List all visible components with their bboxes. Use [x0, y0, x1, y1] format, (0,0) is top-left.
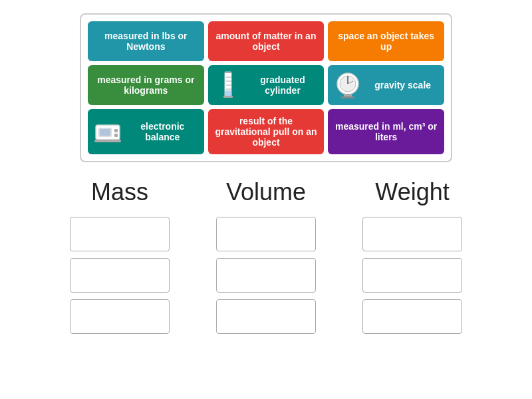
weight-column-title: Weight [375, 178, 449, 206]
sort-section: Mass Volume Weight [47, 178, 485, 334]
scale-label: gravity scale [366, 80, 439, 90]
card-grid-container: measured in lbs or Newtons amount of mat… [80, 13, 452, 162]
svg-rect-19 [94, 140, 121, 142]
mass-column: Mass [60, 178, 180, 334]
mass-column-title: Mass [91, 178, 148, 206]
scale-image [333, 70, 362, 100]
card-electronic-balance[interactable]: electronic balance [88, 109, 204, 154]
card-space-object[interactable]: space an object takes up [328, 21, 444, 61]
card-grams-kg[interactable]: measured in grams or kilograms [88, 65, 204, 105]
drop-box[interactable] [216, 299, 316, 334]
card-gravity-scale[interactable]: gravity scale [328, 65, 444, 105]
drop-box[interactable] [70, 299, 170, 334]
card-graduated-cylinder[interactable]: graduated cylinder [208, 65, 325, 105]
svg-rect-17 [114, 129, 118, 132]
svg-rect-7 [223, 96, 233, 98]
card-gravitational-pull[interactable]: result of the gravitational pull on an o… [208, 109, 325, 154]
card-grid: measured in lbs or Newtons amount of mat… [88, 21, 444, 154]
balance-image [93, 117, 122, 146]
svg-rect-16 [100, 129, 110, 136]
cylinder-label: graduated cylinder [247, 74, 319, 96]
card-ml-liters[interactable]: measured in ml, cm³ or liters [328, 109, 444, 154]
cylinder-image [213, 70, 243, 100]
svg-rect-18 [114, 134, 118, 137]
drop-box[interactable] [216, 258, 316, 293]
volume-column-title: Volume [226, 178, 306, 206]
drop-box[interactable] [70, 217, 170, 251]
card-amount-matter[interactable]: amount of matter in an object [208, 21, 325, 61]
balance-label: electronic balance [126, 121, 199, 142]
drop-box[interactable] [362, 299, 462, 334]
card-lbs-newtons[interactable]: measured in lbs or Newtons [88, 21, 204, 61]
drop-box[interactable] [362, 258, 462, 293]
drop-box[interactable] [216, 217, 316, 251]
weight-column: Weight [352, 178, 472, 334]
svg-rect-13 [341, 96, 354, 98]
drop-box[interactable] [70, 258, 170, 293]
svg-rect-1 [225, 72, 231, 73]
drop-box[interactable] [362, 217, 462, 251]
volume-column: Volume [206, 178, 326, 334]
svg-rect-12 [344, 94, 352, 96]
